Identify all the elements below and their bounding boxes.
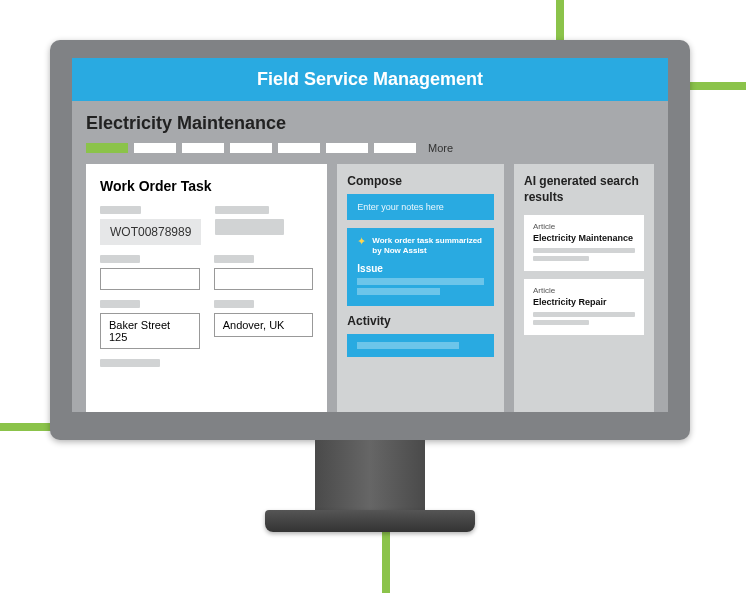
result-line bbox=[533, 256, 589, 261]
activity-line bbox=[357, 342, 458, 349]
activity-heading: Activity bbox=[347, 314, 494, 328]
tab-7[interactable] bbox=[374, 143, 416, 153]
issue-line bbox=[357, 288, 439, 295]
field-value-placeholder bbox=[215, 219, 284, 235]
tab-5[interactable] bbox=[278, 143, 320, 153]
search-heading: AI generated search results bbox=[524, 174, 644, 205]
field-label-placeholder bbox=[100, 206, 141, 214]
result-line bbox=[533, 248, 635, 253]
result-type: Article bbox=[533, 286, 635, 295]
app-screen: Field Service Management Electricity Mai… bbox=[72, 58, 668, 412]
result-type: Article bbox=[533, 222, 635, 231]
search-result-card[interactable]: Article Electricity Maintenance bbox=[524, 215, 644, 271]
result-title: Electricity Maintenance bbox=[533, 233, 635, 243]
monitor-frame: Field Service Management Electricity Mai… bbox=[50, 40, 690, 532]
result-title: Electricity Repair bbox=[533, 297, 635, 307]
notes-placeholder: Enter your notes here bbox=[357, 202, 444, 212]
ai-summary-box: ✦ Work order task summarized by Now Assi… bbox=[347, 228, 494, 306]
field-label-placeholder bbox=[214, 255, 254, 263]
activity-box bbox=[347, 334, 494, 357]
summary-text: Work order task summarized by Now Assist bbox=[372, 236, 484, 257]
result-line bbox=[533, 312, 635, 317]
sparkle-icon: ✦ bbox=[357, 236, 366, 247]
field-label-placeholder bbox=[100, 255, 140, 263]
content-area: Electricity Maintenance More Work Order … bbox=[72, 101, 668, 412]
work-order-id-field[interactable]: WOT00878989 bbox=[100, 219, 201, 245]
empty-input-1[interactable] bbox=[100, 268, 200, 290]
issue-label: Issue bbox=[357, 263, 484, 274]
field-label-placeholder bbox=[100, 359, 160, 367]
panels-row: Work Order Task WOT00878989 bbox=[86, 164, 654, 412]
work-order-heading: Work Order Task bbox=[100, 178, 313, 194]
monitor-stand-base bbox=[265, 510, 475, 532]
notes-input[interactable]: Enter your notes here bbox=[347, 194, 494, 220]
address-field[interactable]: Baker Street 125 bbox=[100, 313, 200, 349]
tab-4[interactable] bbox=[230, 143, 272, 153]
empty-input-2[interactable] bbox=[214, 268, 314, 290]
monitor-bezel: Field Service Management Electricity Mai… bbox=[50, 40, 690, 440]
issue-line bbox=[357, 278, 484, 285]
tab-more[interactable]: More bbox=[428, 142, 453, 154]
tab-active[interactable] bbox=[86, 143, 128, 153]
compose-panel: Compose Enter your notes here ✦ Work ord… bbox=[337, 164, 504, 412]
tab-2[interactable] bbox=[134, 143, 176, 153]
work-order-panel: Work Order Task WOT00878989 bbox=[86, 164, 327, 412]
field-label-placeholder bbox=[215, 206, 269, 214]
page-title: Electricity Maintenance bbox=[86, 113, 654, 134]
result-line bbox=[533, 320, 589, 325]
search-result-card[interactable]: Article Electricity Repair bbox=[524, 279, 644, 335]
field-label-placeholder bbox=[214, 300, 254, 308]
search-results-panel: AI generated search results Article Elec… bbox=[514, 164, 654, 412]
field-label-placeholder bbox=[100, 300, 140, 308]
compose-heading: Compose bbox=[347, 174, 494, 188]
monitor-stand-neck bbox=[315, 440, 425, 510]
app-header: Field Service Management bbox=[72, 58, 668, 101]
tab-6[interactable] bbox=[326, 143, 368, 153]
app-title: Field Service Management bbox=[257, 69, 483, 89]
tab-3[interactable] bbox=[182, 143, 224, 153]
tab-bar: More bbox=[86, 142, 654, 154]
city-field[interactable]: Andover, UK bbox=[214, 313, 314, 337]
